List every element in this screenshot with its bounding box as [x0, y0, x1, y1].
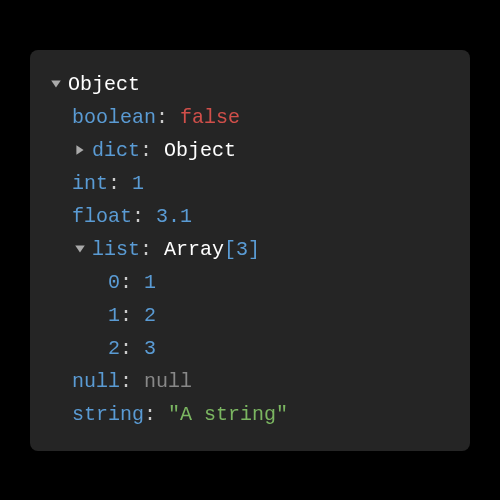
property-key: float — [72, 200, 132, 233]
property-key: null — [72, 365, 120, 398]
colon: : — [108, 167, 120, 200]
property-key: list — [92, 233, 140, 266]
colon: : — [120, 299, 132, 332]
float-row[interactable]: float: 3.1 — [48, 200, 448, 233]
close-bracket: ] — [248, 233, 260, 266]
space — [168, 101, 180, 134]
root-row[interactable]: Object — [48, 68, 448, 101]
boolean-row[interactable]: boolean: false — [48, 101, 448, 134]
colon: : — [120, 365, 132, 398]
number-value: 1 — [132, 167, 144, 200]
list-item[interactable]: 0: 1 — [48, 266, 448, 299]
int-row[interactable]: int: 1 — [48, 167, 448, 200]
array-length: 3 — [236, 233, 248, 266]
space — [152, 134, 164, 167]
open-bracket: [ — [224, 233, 236, 266]
chevron-down-icon[interactable] — [48, 78, 64, 90]
colon: : — [120, 332, 132, 365]
number-value: 3.1 — [156, 200, 192, 233]
chevron-down-icon[interactable] — [72, 243, 88, 255]
space — [144, 200, 156, 233]
null-value: null — [144, 365, 192, 398]
list-row[interactable]: list: Array[3] — [48, 233, 448, 266]
colon: : — [140, 233, 152, 266]
array-index: 1 — [108, 299, 120, 332]
array-index: 2 — [108, 332, 120, 365]
array-label: Array — [164, 233, 224, 266]
list-item[interactable]: 2: 3 — [48, 332, 448, 365]
space — [132, 299, 144, 332]
boolean-value: false — [180, 101, 240, 134]
chevron-right-icon[interactable] — [72, 144, 88, 156]
object-value: Object — [164, 134, 236, 167]
colon: : — [144, 398, 156, 431]
colon: : — [132, 200, 144, 233]
null-row[interactable]: null: null — [48, 365, 448, 398]
space — [152, 233, 164, 266]
space — [132, 266, 144, 299]
space — [132, 332, 144, 365]
list-item[interactable]: 1: 2 — [48, 299, 448, 332]
string-row[interactable]: string: "A string" — [48, 398, 448, 431]
property-key: dict — [92, 134, 140, 167]
dict-row[interactable]: dict: Object — [48, 134, 448, 167]
space — [120, 167, 132, 200]
root-label: Object — [68, 68, 140, 101]
json-viewer: Object boolean: false dict: Object int: … — [30, 50, 470, 451]
number-value: 3 — [144, 332, 156, 365]
property-key: boolean — [72, 101, 156, 134]
property-key: string — [72, 398, 144, 431]
colon: : — [156, 101, 168, 134]
array-index: 0 — [108, 266, 120, 299]
colon: : — [120, 266, 132, 299]
number-value: 1 — [144, 266, 156, 299]
colon: : — [140, 134, 152, 167]
string-value: "A string" — [168, 398, 288, 431]
property-key: int — [72, 167, 108, 200]
space — [132, 365, 144, 398]
space — [156, 398, 168, 431]
number-value: 2 — [144, 299, 156, 332]
